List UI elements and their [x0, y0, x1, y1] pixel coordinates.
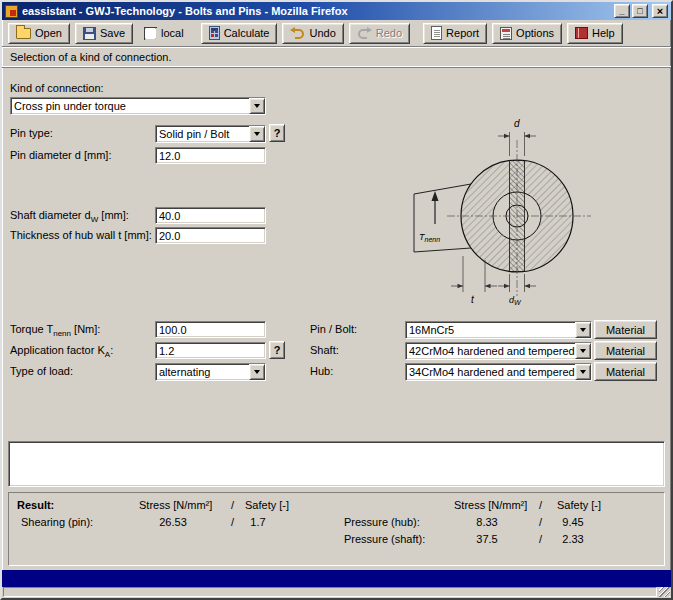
calculator-icon: [209, 26, 220, 40]
kind-of-connection-select[interactable]: Cross pin under torque: [10, 97, 266, 115]
redo-button-label: Redo: [376, 27, 402, 39]
local-checkbox[interactable]: [144, 27, 157, 40]
torque-input[interactable]: [155, 321, 266, 338]
status-cell: [3, 587, 657, 597]
pin-bolt-dropdown-button[interactable]: [575, 322, 591, 338]
hub-material-select[interactable]: 34CrMo4 hardened and tempered: [405, 363, 592, 381]
local-checkbox-group: local: [144, 27, 184, 40]
hub-wall-label: Thickness of hub wall t [mm]:: [10, 229, 152, 242]
save-button[interactable]: Save: [75, 23, 133, 44]
dim-dw-label: dW: [509, 295, 522, 306]
options-button[interactable]: Options: [492, 23, 562, 44]
pin-bolt-material-select[interactable]: 16MnCr5: [405, 321, 592, 339]
shearing-pin-stress: 26.53: [147, 516, 199, 528]
title-bar[interactable]: eassistant - GWJ-Technology - Bolts and …: [2, 2, 671, 20]
window-title: eassistant - GWJ-Technology - Bolts and …: [22, 5, 610, 17]
hub-dropdown-button[interactable]: [575, 364, 591, 380]
info-bar-text: Selection of a kind of connection.: [10, 51, 171, 63]
app-window: eassistant - GWJ-Technology - Bolts and …: [0, 0, 673, 600]
curved-arrow-left-icon: [290, 27, 305, 40]
torque-label-text: Torque Tnenn [Nm]:: [10, 323, 100, 340]
chevron-down-icon: [254, 104, 260, 108]
type-of-load-dropdown-button[interactable]: [249, 364, 265, 380]
separator: /: [539, 499, 542, 511]
safety-header-right: Safety [-]: [557, 499, 601, 511]
result-title: Result:: [17, 499, 54, 511]
open-folder-icon: [16, 28, 31, 39]
message-area: [8, 441, 665, 487]
pin-diameter-label: Pin diameter d [mm]:: [10, 149, 111, 162]
close-button[interactable]: ×: [652, 4, 668, 18]
pressure-shaft-safety: 2.33: [555, 533, 591, 545]
chevron-down-icon: [580, 370, 586, 374]
application-factor-help-button[interactable]: ?: [269, 341, 285, 359]
toolbar: Open Save local Calculate Undo Redo: [2, 20, 671, 46]
stress-header-right: Stress [N/mm²]: [454, 499, 527, 511]
hub-material-button[interactable]: Material: [594, 362, 657, 381]
shearing-pin-label: Shearing (pin):: [21, 516, 93, 528]
redo-button[interactable]: Redo: [349, 23, 410, 44]
separator: /: [539, 533, 542, 545]
shaft-material-button[interactable]: Material: [594, 341, 657, 360]
calculate-button-label: Calculate: [224, 27, 270, 39]
shaft-diameter-input[interactable]: [155, 207, 266, 224]
technical-drawing: d Tnenn t dW: [405, 112, 640, 310]
pressure-shaft-label: Pressure (shaft):: [344, 533, 425, 545]
pressure-shaft-stress: 37.5: [461, 533, 513, 545]
options-button-label: Options: [516, 27, 554, 39]
report-button-label: Report: [446, 27, 479, 39]
result-panel: Result: Stress [N/mm²] / Safety [-] Stre…: [8, 492, 665, 566]
pin-type-value: Solid pin / Bolt: [156, 126, 249, 142]
pin-bolt-material-button[interactable]: Material: [594, 320, 657, 339]
shaft-material-value: 42CrMo4 hardened and tempered: [406, 343, 575, 359]
window-controls: _ □ ×: [614, 4, 668, 18]
open-button-label: Open: [35, 27, 62, 39]
type-of-load-select[interactable]: alternating: [155, 363, 266, 381]
dim-t-label: t: [471, 294, 475, 305]
stress-header-left: Stress [N/mm²]: [139, 499, 212, 511]
separator: /: [231, 516, 234, 528]
hub-label: Hub:: [310, 365, 333, 378]
resize-grip[interactable]: [659, 587, 670, 597]
open-button[interactable]: Open: [8, 23, 70, 44]
shaft-material-select[interactable]: 42CrMo4 hardened and tempered: [405, 342, 592, 360]
kind-of-connection-value: Cross pin under torque: [11, 98, 249, 114]
calculate-button[interactable]: Calculate: [201, 23, 278, 44]
chevron-down-icon: [580, 328, 586, 332]
shaft-diameter-label: Shaft diameter dW [mm]:: [10, 209, 129, 226]
shearing-pin-safety: 1.7: [241, 516, 275, 528]
report-button[interactable]: Report: [423, 23, 487, 44]
pressure-hub-label: Pressure (hub):: [344, 516, 420, 528]
pin-type-dropdown-button[interactable]: [249, 126, 265, 142]
type-of-load-label: Type of load:: [10, 365, 73, 378]
safety-header-left: Safety [-]: [245, 499, 289, 511]
type-of-load-value: alternating: [156, 364, 249, 380]
kind-dropdown-button[interactable]: [249, 98, 265, 114]
minimize-button[interactable]: _: [614, 4, 630, 18]
pin-bolt-material-value: 16MnCr5: [406, 322, 575, 338]
save-button-label: Save: [100, 27, 125, 39]
pressure-hub-safety: 9.45: [555, 516, 591, 528]
chevron-down-icon: [580, 349, 586, 353]
undo-button-label: Undo: [309, 27, 335, 39]
pin-type-label: Pin type:: [10, 127, 53, 140]
undo-button[interactable]: Undo: [282, 23, 343, 44]
pin-type-help-button[interactable]: ?: [269, 124, 285, 142]
shaft-dropdown-button[interactable]: [575, 343, 591, 359]
red-book-icon: [575, 27, 588, 39]
shaft-label: Shaft:: [310, 344, 339, 357]
maximize-button[interactable]: □: [632, 4, 648, 18]
kind-of-connection-label: Kind of connection:: [10, 82, 104, 95]
help-button[interactable]: Help: [567, 23, 623, 44]
floppy-disk-icon: [83, 27, 96, 40]
pin-diameter-input[interactable]: [155, 147, 266, 164]
notebook-icon: [500, 27, 512, 40]
pin-type-select[interactable]: Solid pin / Bolt: [155, 125, 266, 143]
document-icon: [431, 26, 442, 40]
application-factor-input[interactable]: [155, 342, 266, 359]
pin-bolt-label: Pin / Bolt:: [310, 323, 357, 336]
separator: /: [231, 499, 234, 511]
hub-material-value: 34CrMo4 hardened and tempered: [406, 364, 575, 380]
local-checkbox-label: local: [161, 27, 184, 39]
hub-wall-input[interactable]: [155, 227, 266, 244]
